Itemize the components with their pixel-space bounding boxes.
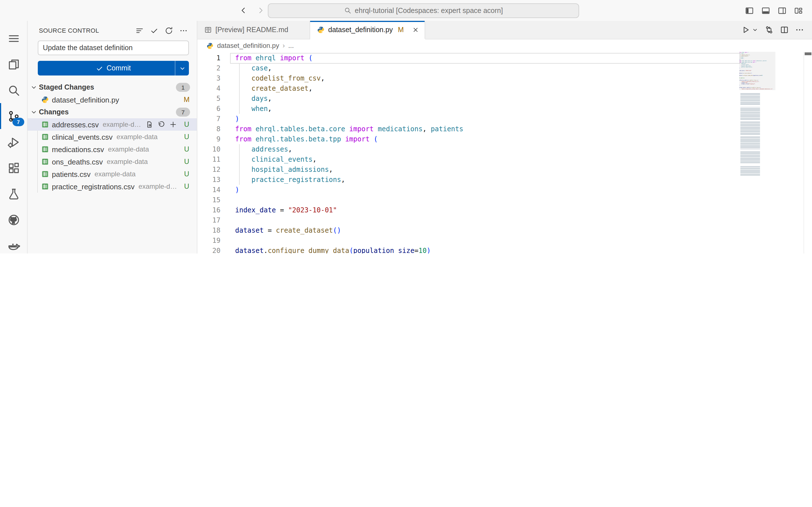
activity-bar-item-menu[interactable] (0, 25, 27, 51)
editor-more-actions-icon[interactable] (795, 25, 804, 34)
code-line-1: 1from ehrql import ( (197, 53, 768, 63)
code-line-14: 14) (197, 185, 768, 195)
code-line-4: 4 create_dataset, (197, 83, 768, 94)
code-line-7: 7) (197, 114, 768, 124)
activity-bar-item-github[interactable] (0, 207, 27, 233)
title-bar: ehrql-tutorial [Codespaces: expert space… (0, 0, 812, 21)
code-line-13: 13 practice_registrations, (197, 175, 768, 185)
activity-bar: 7 (0, 21, 28, 253)
code-line-15: 15 (197, 195, 768, 205)
commit-button[interactable]: Commit (38, 61, 189, 75)
code-line-6: 6 when, (197, 104, 768, 114)
code-line-19: 19 (197, 235, 768, 245)
editor-scrollbar[interactable] (804, 52, 812, 253)
scm-file-row[interactable]: clinical_events.csvexample-dataU (28, 131, 197, 143)
activity-bar-item-search[interactable] (0, 77, 27, 103)
explorer-icon (7, 58, 20, 71)
git-status-U: U (183, 182, 190, 190)
command-center-search[interactable]: ehrql-tutorial [Codespaces: expert space… (268, 3, 579, 18)
minimap[interactable]: from ehrql import ( case, codelist_from_… (739, 52, 775, 253)
section-header[interactable]: Changes7 (28, 106, 197, 118)
scm-file-row[interactable]: addresses.csvexample-dataU (28, 118, 197, 131)
open-changes-icon[interactable] (765, 25, 774, 34)
discard-changes-icon[interactable] (157, 121, 165, 128)
code-line-9: 9from ehrql.tables.beta.tpp import ( (197, 134, 768, 144)
code-line-20: 20dataset.configure_dummy_data(populatio… (197, 245, 768, 253)
run-and-debug-icon (7, 135, 20, 149)
scm-tree: Staged Changes1dataset_definition.pyMCha… (28, 81, 197, 253)
scm-file-row[interactable]: practice_registrations.csvexample-dataU (28, 180, 197, 193)
search-icon (344, 7, 351, 14)
minimap-slider[interactable] (739, 52, 775, 90)
code-line-10: 10 addresses, (197, 144, 768, 154)
code-line-8: 8from ehrql.tables.beta.core import medi… (197, 124, 768, 134)
run-python-file-icon[interactable] (741, 25, 750, 34)
section-count-badge: 1 (176, 83, 190, 92)
commit-dropdown-icon[interactable] (175, 61, 189, 75)
csv-file-icon (41, 121, 49, 128)
editor-scrollbar-thumb[interactable] (805, 52, 811, 55)
activity-bar-item-run-and-debug[interactable] (0, 129, 27, 155)
window-title: ehrql-tutorial [Codespaces: expert space… (355, 6, 503, 14)
git-status-U: U (183, 158, 190, 166)
vscode-window: ehrql-tutorial [Codespaces: expert space… (0, 0, 812, 253)
refresh-icon[interactable] (165, 26, 173, 35)
split-editor-icon[interactable] (780, 25, 789, 34)
code-lines: 1from ehrql import (2 case,3 codelist_fr… (197, 53, 768, 253)
view-and-sort-icon[interactable] (135, 26, 144, 35)
minimap-more-code (741, 91, 773, 176)
commit-message-input[interactable] (38, 41, 189, 55)
toggle-secondary-sidebar-icon[interactable] (777, 6, 786, 15)
testing-icon (7, 187, 20, 200)
activity-bar-item-docker[interactable] (0, 233, 27, 253)
scm-file-row[interactable]: medications.csvexample-dataU (28, 143, 197, 156)
section-count-badge: 7 (176, 108, 190, 117)
check-icon (96, 64, 103, 72)
code-line-16: 16index_date = "2023-10-01" (197, 205, 768, 215)
python-file-icon (206, 42, 214, 49)
code-line-11: 11 clinical_events, (197, 154, 768, 165)
git-status-U: U (183, 170, 190, 178)
github-icon (7, 213, 20, 226)
editor-tab[interactable]: [Preview] README.md (197, 21, 310, 39)
chevron-down-icon (30, 83, 38, 91)
code-line-17: 17 (197, 215, 768, 225)
open-file-icon[interactable] (146, 121, 153, 128)
git-status-M: M (183, 96, 190, 104)
activity-bar-item-source-control[interactable]: 7 (0, 103, 27, 129)
docker-icon (7, 239, 20, 252)
activity-bar-item-extensions[interactable] (0, 155, 27, 181)
close-tab-icon[interactable] (412, 26, 419, 33)
toggle-primary-sidebar-icon[interactable] (745, 6, 754, 15)
editor-tab[interactable]: dataset_definition.pyM (310, 21, 425, 39)
activity-bar-item-explorer[interactable] (0, 51, 27, 77)
stage-changes-icon[interactable] (169, 121, 177, 128)
commit-icon[interactable] (150, 26, 158, 35)
extensions-icon (7, 161, 20, 174)
code-line-3: 3 codelist_from_csv, (197, 73, 768, 83)
scm-file-row[interactable]: patients.csvexample-dataU (28, 168, 197, 180)
scm-file-row[interactable]: dataset_definition.pyM (28, 94, 197, 106)
csv-file-icon (41, 182, 49, 190)
code-line-2: 2 case, (197, 63, 768, 73)
code-line-5: 5 days, (197, 94, 768, 104)
forward-arrow-icon[interactable] (257, 6, 265, 15)
editor-tabs: [Preview] README.mddataset_definition.py… (197, 21, 812, 40)
search-icon (7, 83, 20, 97)
more-actions-icon[interactable] (179, 26, 188, 35)
section-header[interactable]: Staged Changes1 (28, 81, 197, 94)
code-editor[interactable]: 1from ehrql import (2 case,3 codelist_fr… (197, 52, 812, 253)
customize-layout-icon[interactable] (794, 6, 803, 15)
csv-file-icon (41, 170, 49, 178)
csv-file-icon (41, 158, 49, 166)
scm-file-row[interactable]: ons_deaths.csvexample-dataU (28, 156, 197, 168)
toggle-panel-icon[interactable] (761, 6, 770, 15)
back-arrow-icon[interactable] (239, 6, 248, 15)
run-options-icon[interactable] (752, 26, 758, 33)
git-status-U: U (183, 133, 190, 141)
activity-bar-item-testing[interactable] (0, 181, 27, 207)
menu-icon (7, 32, 20, 45)
breadcrumb[interactable]: dataset_definition.py › ... (197, 40, 812, 52)
csv-file-icon (41, 145, 49, 153)
scm-changes-badge: 7 (12, 118, 24, 126)
